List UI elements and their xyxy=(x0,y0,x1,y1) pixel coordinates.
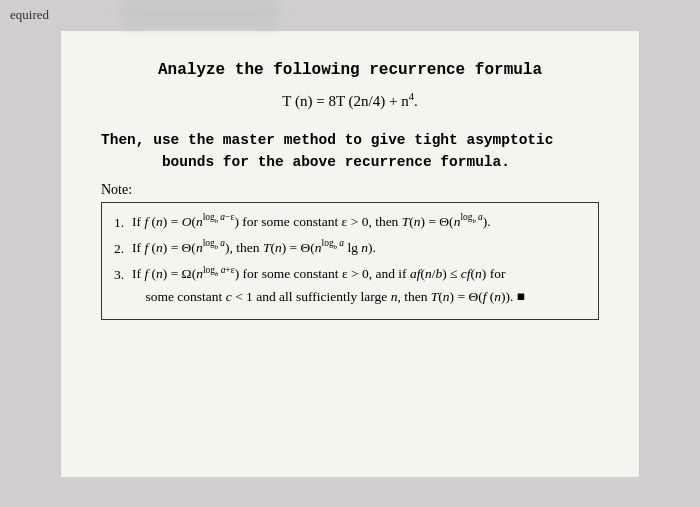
theorem-item-2: 2. If f (n) = Θ(nlogb a), then T(n) = Θ(… xyxy=(114,237,586,261)
item-number-2: 2. xyxy=(114,237,132,261)
item-text-2: If f (n) = Θ(nlogb a), then T(n) = Θ(nlo… xyxy=(132,237,586,260)
note-label: Note: xyxy=(101,182,599,198)
bottom-bar xyxy=(0,477,700,507)
description-line1: Then, use the master method to give tigh… xyxy=(101,132,553,148)
blurred-redaction xyxy=(120,0,280,28)
theorem-box: 1. If f (n) = O(nlogb a−ε) for some cons… xyxy=(101,202,599,320)
main-content-area: Analyze the following recurrence formula… xyxy=(60,30,640,480)
description-line2: bounds for the above recurrence formula. xyxy=(101,154,510,170)
theorem-item-1: 1. If f (n) = O(nlogb a−ε) for some cons… xyxy=(114,211,586,235)
item-number-3: 3. xyxy=(114,263,132,287)
item-number-1: 1. xyxy=(114,211,132,235)
problem-title: Analyze the following recurrence formula xyxy=(101,61,599,79)
recurrence-formula: T (n) = 8T (2n/4) + n4. xyxy=(101,93,599,110)
item-text-3: If f (n) = Ω(nlogb a+ε) for some constan… xyxy=(132,263,586,309)
problem-description: Then, use the master method to give tigh… xyxy=(101,130,599,174)
header-label: equired xyxy=(10,7,49,23)
item-text-1: If f (n) = O(nlogb a−ε) for some constan… xyxy=(132,211,586,234)
theorem-item-3: 3. If f (n) = Ω(nlogb a+ε) for some cons… xyxy=(114,263,586,309)
